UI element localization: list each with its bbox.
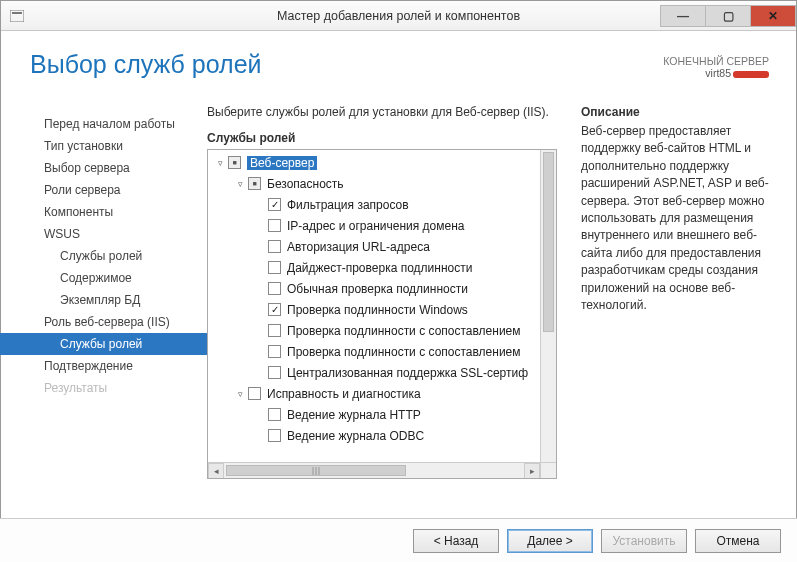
tree-node-label: Дайджест-проверка подлинности — [287, 261, 472, 275]
scrollbar-corner — [540, 462, 556, 478]
svg-rect-0 — [10, 10, 24, 22]
roles-section-label: Службы ролей — [207, 131, 557, 145]
roles-tree-container: ▿Веб-сервер▿БезопасностьФильтрация запро… — [207, 149, 557, 479]
tree-node-label: Безопасность — [267, 177, 344, 191]
expander-icon[interactable]: ▿ — [214, 157, 226, 169]
wizard-nav-sidebar: Перед началом работыТип установкиВыбор с… — [0, 105, 207, 518]
maximize-button[interactable]: ▢ — [705, 5, 751, 27]
tree-node-label: Обычная проверка подлинности — [287, 282, 468, 296]
expander-icon[interactable]: ▿ — [234, 388, 246, 400]
tree-node-label: Проверка подлинности с сопоставлением — [287, 345, 521, 359]
expander-icon — [254, 346, 266, 358]
expander-icon — [254, 241, 266, 253]
tree-node-label: Централизованная поддержка SSL-сертиф — [287, 366, 528, 380]
checkbox[interactable] — [268, 429, 281, 442]
tree-node-label: Веб-сервер — [247, 156, 317, 170]
tree-node-6[interactable]: Обычная проверка подлинности — [208, 278, 540, 299]
wizard-footer: < Назад Далее > Установить Отмена — [0, 518, 797, 562]
tree-node-label: Ведение журнала HTTP — [287, 408, 421, 422]
nav-item-10[interactable]: Службы ролей — [0, 333, 207, 355]
expander-icon — [254, 325, 266, 337]
description-label: Описание — [581, 105, 777, 119]
cancel-button[interactable]: Отмена — [695, 529, 781, 553]
tree-node-label: Проверка подлинности с сопоставлением — [287, 324, 521, 338]
checkbox[interactable] — [268, 240, 281, 253]
target-server-name: virt85 — [705, 67, 731, 79]
roles-tree[interactable]: ▿Веб-сервер▿БезопасностьФильтрация запро… — [208, 150, 540, 462]
nav-item-8[interactable]: Экземпляр БД — [0, 289, 207, 311]
tree-node-11[interactable]: ▿Исправность и диагностика — [208, 383, 540, 404]
expander-icon — [254, 409, 266, 421]
app-icon — [9, 8, 25, 24]
target-server-label: КОНЕЧНЫЙ СЕРВЕР — [663, 55, 769, 67]
nav-item-9[interactable]: Роль веб-сервера (IIS) — [0, 311, 207, 333]
instruction-text: Выберите службы ролей для установки для … — [207, 105, 557, 119]
horizontal-scroll-thumb[interactable] — [226, 465, 406, 476]
checkbox[interactable] — [228, 156, 241, 169]
tree-node-7[interactable]: Проверка подлинности Windows — [208, 299, 540, 320]
checkbox[interactable] — [268, 282, 281, 295]
close-button[interactable]: ✕ — [750, 5, 796, 27]
tree-node-4[interactable]: Авторизация URL-адреса — [208, 236, 540, 257]
tree-node-2[interactable]: Фильтрация запросов — [208, 194, 540, 215]
description-text: Веб-сервер предоставляет поддержку веб-с… — [581, 123, 777, 314]
tree-node-label: Проверка подлинности Windows — [287, 303, 468, 317]
tree-node-3[interactable]: IP-адрес и ограничения домена — [208, 215, 540, 236]
tree-node-0[interactable]: ▿Веб-сервер — [208, 152, 540, 173]
checkbox[interactable] — [248, 177, 261, 190]
expander-icon — [254, 367, 266, 379]
nav-item-1[interactable]: Тип установки — [0, 135, 207, 157]
expander-icon[interactable]: ▿ — [234, 178, 246, 190]
target-server-info: КОНЕЧНЫЙ СЕРВЕР virt85 — [663, 55, 769, 79]
horizontal-scrollbar[interactable]: ◂ ▸ — [208, 462, 540, 478]
nav-item-2[interactable]: Выбор сервера — [0, 157, 207, 179]
scroll-right-arrow[interactable]: ▸ — [524, 463, 540, 479]
checkbox[interactable] — [268, 345, 281, 358]
tree-node-1[interactable]: ▿Безопасность — [208, 173, 540, 194]
expander-icon — [254, 283, 266, 295]
tree-node-label: Ведение журнала ODBC — [287, 429, 424, 443]
svg-rect-1 — [12, 12, 22, 14]
redacted-marker — [733, 71, 769, 78]
checkbox[interactable] — [268, 303, 281, 316]
expander-icon — [254, 304, 266, 316]
tree-node-label: Авторизация URL-адреса — [287, 240, 430, 254]
checkbox[interactable] — [248, 387, 261, 400]
checkbox[interactable] — [268, 198, 281, 211]
scroll-left-arrow[interactable]: ◂ — [208, 463, 224, 479]
nav-item-0[interactable]: Перед началом работы — [0, 113, 207, 135]
horizontal-scroll-track[interactable] — [224, 463, 524, 478]
nav-item-3[interactable]: Роли сервера — [0, 179, 207, 201]
window-titlebar: Мастер добавления ролей и компонентов — … — [1, 1, 796, 31]
expander-icon — [254, 199, 266, 211]
checkbox[interactable] — [268, 219, 281, 232]
install-button[interactable]: Установить — [601, 529, 687, 553]
checkbox[interactable] — [268, 366, 281, 379]
tree-node-13[interactable]: Ведение журнала ODBC — [208, 425, 540, 446]
nav-item-7[interactable]: Содержимое — [0, 267, 207, 289]
checkbox[interactable] — [268, 261, 281, 274]
vertical-scroll-thumb[interactable] — [543, 152, 554, 332]
tree-node-5[interactable]: Дайджест-проверка подлинности — [208, 257, 540, 278]
nav-item-6[interactable]: Службы ролей — [0, 245, 207, 267]
nav-item-4[interactable]: Компоненты — [0, 201, 207, 223]
tree-node-label: IP-адрес и ограничения домена — [287, 219, 464, 233]
vertical-scrollbar[interactable] — [540, 150, 556, 462]
minimize-button[interactable]: — — [660, 5, 706, 27]
checkbox[interactable] — [268, 324, 281, 337]
tree-node-label: Исправность и диагностика — [267, 387, 421, 401]
tree-node-label: Фильтрация запросов — [287, 198, 409, 212]
next-button[interactable]: Далее > — [507, 529, 593, 553]
expander-icon — [254, 262, 266, 274]
tree-node-8[interactable]: Проверка подлинности с сопоставлением — [208, 320, 540, 341]
nav-item-12: Результаты — [0, 377, 207, 399]
checkbox[interactable] — [268, 408, 281, 421]
expander-icon — [254, 430, 266, 442]
nav-item-5[interactable]: WSUS — [0, 223, 207, 245]
page-title: Выбор служб ролей — [30, 50, 262, 79]
back-button[interactable]: < Назад — [413, 529, 499, 553]
nav-item-11[interactable]: Подтверждение — [0, 355, 207, 377]
tree-node-10[interactable]: Централизованная поддержка SSL-сертиф — [208, 362, 540, 383]
tree-node-12[interactable]: Ведение журнала HTTP — [208, 404, 540, 425]
tree-node-9[interactable]: Проверка подлинности с сопоставлением — [208, 341, 540, 362]
